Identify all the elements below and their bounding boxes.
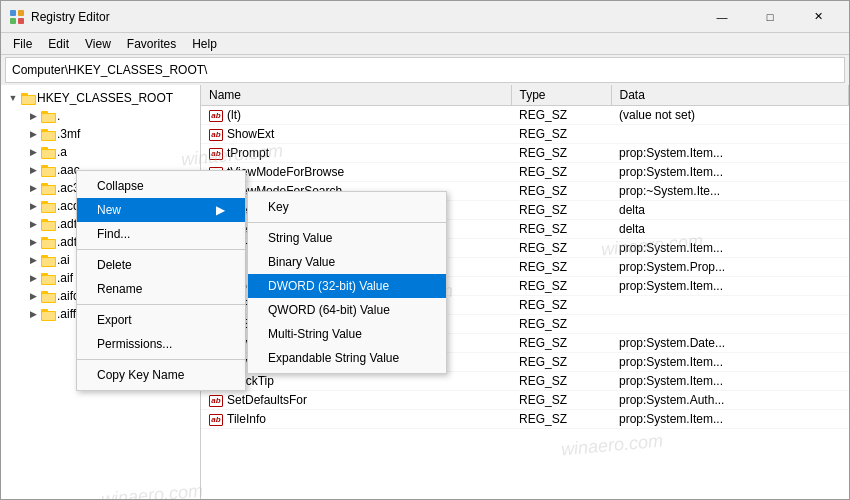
menu-edit[interactable]: Edit xyxy=(40,35,77,53)
cell-type-4: REG_SZ xyxy=(511,182,611,201)
ctx-collapse[interactable]: Collapse xyxy=(77,174,245,198)
table-row[interactable]: abSetDefaultsForREG_SZprop:System.Auth..… xyxy=(201,391,849,410)
context-menu[interactable]: Collapse New ▶ Find... Delete Rename Exp… xyxy=(76,170,246,391)
reg-value-icon-16: ab xyxy=(209,414,223,426)
submenu-multi-string-value[interactable]: Multi-String Value xyxy=(248,322,446,346)
folder-icon-2 xyxy=(41,145,57,159)
minimize-button[interactable]: — xyxy=(699,2,745,32)
expander-0[interactable]: ▶ xyxy=(25,108,41,124)
folder-icon-3 xyxy=(41,163,57,177)
folder-icon-7 xyxy=(41,235,57,249)
expander-hkcr[interactable]: ▼ xyxy=(5,90,21,106)
expander-8[interactable]: ▶ xyxy=(25,252,41,268)
table-row[interactable]: abtPromptREG_SZprop:System.Item... xyxy=(201,144,849,163)
tree-node-dota[interactable]: ▶ .a xyxy=(1,143,200,161)
table-row[interactable]: ab(lt)REG_SZ(value not set) xyxy=(201,106,849,125)
tree-label-8: .ai xyxy=(57,253,70,267)
cell-data-16: prop:System.Item... xyxy=(611,410,849,429)
table-row[interactable]: abQuickTipREG_SZprop:System.Item... xyxy=(201,372,849,391)
cell-name-14: abQuickTip xyxy=(201,372,511,391)
expander-6[interactable]: ▶ xyxy=(25,216,41,232)
window-title: Registry Editor xyxy=(31,10,699,24)
menu-file[interactable]: File xyxy=(5,35,40,53)
cell-type-8: REG_SZ xyxy=(511,258,611,277)
expander-4[interactable]: ▶ xyxy=(25,180,41,196)
ctx-find[interactable]: Find... xyxy=(77,222,245,246)
submenu-expandable-string-value[interactable]: Expandable String Value xyxy=(248,346,446,370)
ctx-delete[interactable]: Delete xyxy=(77,253,245,277)
menu-favorites[interactable]: Favorites xyxy=(119,35,184,53)
expander-3[interactable]: ▶ xyxy=(25,162,41,178)
svg-rect-27 xyxy=(42,222,55,230)
tree-label-11: .aiff xyxy=(57,307,76,321)
main-area: winaero.com winaero.com winaero.com wina… xyxy=(1,85,849,499)
cell-type-1: REG_SZ xyxy=(511,125,611,144)
col-header-type[interactable]: Type xyxy=(511,85,611,106)
submenu-binary-value[interactable]: Binary Value xyxy=(248,250,446,274)
reg-value-icon-0: ab xyxy=(209,110,223,122)
submenu-string-value[interactable]: String Value xyxy=(248,226,446,250)
submenu-qword-value[interactable]: QWORD (64-bit) Value xyxy=(248,298,446,322)
ctx-permissions[interactable]: Permissions... xyxy=(77,332,245,356)
col-header-name[interactable]: Name xyxy=(201,85,511,106)
submenu-key[interactable]: Key xyxy=(248,195,446,219)
svg-rect-33 xyxy=(42,258,55,266)
ctx-rename[interactable]: Rename xyxy=(77,277,245,301)
cell-data-5: delta xyxy=(611,201,849,220)
reg-value-icon-2: ab xyxy=(209,148,223,160)
cell-data-3: prop:System.Item... xyxy=(611,163,849,182)
folder-icon-8 xyxy=(41,253,57,267)
svg-rect-0 xyxy=(10,10,16,16)
expander-11[interactable]: ▶ xyxy=(25,306,41,322)
tree-label-2: .a xyxy=(57,145,67,159)
cell-data-9: prop:System.Item... xyxy=(611,277,849,296)
cell-name-1: abShowExt xyxy=(201,125,511,144)
folder-icon-9 xyxy=(41,271,57,285)
expander-10[interactable]: ▶ xyxy=(25,288,41,304)
cell-data-2: prop:System.Item... xyxy=(611,144,849,163)
cell-data-11 xyxy=(611,315,849,334)
cell-data-0: (value not set) xyxy=(611,106,849,125)
reg-value-icon-1: ab xyxy=(209,129,223,141)
svg-rect-9 xyxy=(42,114,55,122)
close-button[interactable]: ✕ xyxy=(795,2,841,32)
cell-type-14: REG_SZ xyxy=(511,372,611,391)
cell-data-8: prop:System.Prop... xyxy=(611,258,849,277)
ctx-copy-key-name[interactable]: Copy Key Name xyxy=(77,363,245,387)
table-row[interactable]: abShowExtREG_SZ xyxy=(201,125,849,144)
menu-help[interactable]: Help xyxy=(184,35,225,53)
table-row[interactable]: abTileInfoREG_SZprop:System.Item... xyxy=(201,410,849,429)
expander-1[interactable]: ▶ xyxy=(25,126,41,142)
svg-rect-15 xyxy=(42,150,55,158)
tree-node-hkcr[interactable]: ▼ HKEY_CLASSES_ROOT xyxy=(1,89,200,107)
expander-5[interactable]: ▶ xyxy=(25,198,41,214)
svg-rect-12 xyxy=(42,132,55,140)
tree-node-dot3mf[interactable]: ▶ .3mf xyxy=(1,125,200,143)
app-icon xyxy=(9,9,25,25)
tree-node-dot[interactable]: ▶ . xyxy=(1,107,200,125)
cell-data-10 xyxy=(611,296,849,315)
svg-rect-18 xyxy=(42,168,55,176)
expander-2[interactable]: ▶ xyxy=(25,144,41,160)
folder-icon-1 xyxy=(41,127,57,141)
tree-label-9: .aif xyxy=(57,271,73,285)
expander-9[interactable]: ▶ xyxy=(25,270,41,286)
cell-data-1 xyxy=(611,125,849,144)
expander-7[interactable]: ▶ xyxy=(25,234,41,250)
ctx-export[interactable]: Export xyxy=(77,308,245,332)
cell-data-13: prop:System.Item... xyxy=(611,353,849,372)
maximize-button[interactable]: □ xyxy=(747,2,793,32)
cell-name-15: abSetDefaultsFor xyxy=(201,391,511,410)
table-row[interactable]: abtViewModeForBrowseREG_SZprop:System.It… xyxy=(201,163,849,182)
ctx-new[interactable]: New ▶ xyxy=(77,198,245,222)
submenu-dword-value[interactable]: DWORD (32-bit) Value xyxy=(248,274,446,298)
address-bar[interactable]: Computer\HKEY_CLASSES_ROOT\ xyxy=(5,57,845,83)
cell-type-16: REG_SZ xyxy=(511,410,611,429)
sub-sep xyxy=(248,222,446,223)
svg-rect-39 xyxy=(42,294,55,302)
folder-icon-11 xyxy=(41,307,57,321)
submenu[interactable]: Key String Value Binary Value DWORD (32-… xyxy=(247,191,447,374)
folder-icon-4 xyxy=(41,181,57,195)
menu-view[interactable]: View xyxy=(77,35,119,53)
col-header-data[interactable]: Data xyxy=(611,85,849,106)
